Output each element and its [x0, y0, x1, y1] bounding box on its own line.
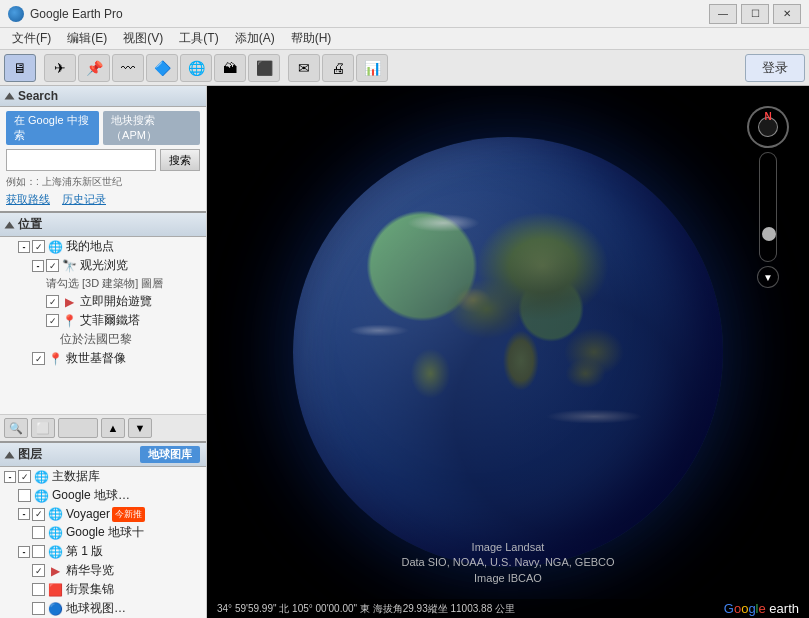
toolbar-shape-btn[interactable]: 🔷 [146, 54, 178, 82]
minimize-btn[interactable]: — [709, 4, 737, 24]
clear-pos-btn[interactable]: ⬜ [31, 418, 55, 438]
tree-start-tour[interactable]: ▶ 立即開始遊覽 [0, 292, 206, 311]
search-header[interactable]: Search [0, 86, 206, 107]
login-btn[interactable]: 登录 [745, 54, 805, 82]
check-start-tour[interactable] [46, 295, 59, 308]
tree-sightseeing[interactable]: - 🔭 观光浏览 [0, 256, 206, 275]
tree-my-places[interactable]: - 🌐 我的地点 [0, 237, 206, 256]
toolbar-screen-btn[interactable]: 🖥 [4, 54, 36, 82]
up-pos-btn[interactable]: ▲ [101, 418, 125, 438]
v1-label: 第 1 版 [66, 543, 103, 560]
check-google-earth[interactable] [18, 489, 31, 502]
earth-view-icon: 🔵 [47, 601, 63, 617]
toolbar-print-btn[interactable]: 🖨 [322, 54, 354, 82]
expand-my-places[interactable]: - [18, 241, 30, 253]
position-header[interactable]: 位置 [0, 213, 206, 237]
position-section: 位置 - 🌐 我的地点 - 🔭 观光浏览 [0, 213, 206, 441]
menu-tools[interactable]: 工具(T) [171, 28, 226, 49]
toolbar-pin-btn[interactable]: 📌 [78, 54, 110, 82]
check-main-db[interactable] [18, 470, 31, 483]
tree-voyager[interactable]: - 🌐 Voyager 今新推 [0, 505, 206, 523]
check-my-places[interactable] [32, 240, 45, 253]
menu-edit[interactable]: 编辑(E) [59, 28, 115, 49]
expand-main-db[interactable]: - [4, 471, 16, 483]
zoom-track[interactable] [759, 152, 777, 262]
search-tab-apm[interactable]: 地块搜索（APM） [103, 111, 200, 145]
search-btn[interactable]: 搜索 [160, 149, 200, 171]
binoculars-icon: 🔭 [61, 258, 77, 274]
history-link[interactable]: 历史记录 [62, 192, 106, 207]
main-db-label: 主数据库 [52, 468, 100, 485]
gallery-btn[interactable]: 地球图库 [140, 446, 200, 463]
earth-globe [293, 137, 723, 567]
menu-bar: 文件(F) 编辑(E) 视图(V) 工具(T) 添加(A) 帮助(H) [0, 28, 809, 50]
expand-voyager[interactable]: - [18, 508, 30, 520]
search-input[interactable] [6, 149, 156, 171]
image-label: Image Landsat Data SIO, NOAA, U.S. Navy,… [401, 540, 614, 586]
check-google-earth2[interactable] [32, 526, 45, 539]
tree-google-earth[interactable]: 🌐 Google 地球… [0, 486, 206, 505]
sightseeing-label: 观光浏览 [80, 257, 128, 274]
tree-v1[interactable]: - 🌐 第 1 版 [0, 542, 206, 561]
close-btn[interactable]: ✕ [773, 4, 801, 24]
start-tour-label: 立即開始遊覽 [80, 293, 152, 310]
toolbar-record-btn[interactable]: ⬛ [248, 54, 280, 82]
check-highlights[interactable] [32, 564, 45, 577]
menu-help[interactable]: 帮助(H) [283, 28, 340, 49]
get-directions-link[interactable]: 获取路线 [6, 192, 50, 207]
search-content: 在 Google 中搜索 地块搜索（APM） 搜索 例如：: 上海浦东新区世纪 … [0, 107, 206, 211]
style-btn[interactable] [58, 418, 98, 438]
toolbar-photo-btn[interactable]: 🏔 [214, 54, 246, 82]
check-voyager[interactable] [32, 508, 45, 521]
tree-main-db[interactable]: - 🌐 主数据库 [0, 467, 206, 486]
maximize-btn[interactable]: ☐ [741, 4, 769, 24]
check-eiffel[interactable] [46, 314, 59, 327]
image-credit: Image Landsat [401, 540, 614, 555]
search-triangle-icon [5, 93, 15, 100]
tree-highlights[interactable]: ▶ 精华导览 [0, 561, 206, 580]
search-tabs: 在 Google 中搜索 地块搜索（APM） [6, 111, 200, 145]
title-text: Google Earth Pro [30, 7, 709, 21]
check-v1[interactable] [32, 545, 45, 558]
tree-earth-view[interactable]: 🔵 地球视图… [0, 599, 206, 618]
layers-header[interactable]: 图层 地球图库 [0, 443, 206, 467]
expand-sightseeing[interactable]: - [32, 260, 44, 272]
tree-google-earth2[interactable]: 🌐 Google 地球十 [0, 523, 206, 542]
nav-down-btn[interactable]: ▼ [757, 266, 779, 288]
search-tab-google[interactable]: 在 Google 中搜索 [6, 111, 99, 145]
check-earth-view[interactable] [32, 602, 45, 615]
expand-v1[interactable]: - [18, 546, 30, 558]
search-pos-btn[interactable]: 🔍 [4, 418, 28, 438]
check-sightseeing[interactable] [46, 259, 59, 272]
globe-icon: 🌐 [47, 239, 63, 255]
check-street[interactable] [32, 583, 45, 596]
data-credit: Data SIO, NOAA, U.S. Navy, NGA, GEBCO [401, 555, 614, 570]
image-credit2: Image IBCAO [401, 571, 614, 586]
new-badge: 今新推 [112, 507, 145, 522]
down-pos-btn[interactable]: ▼ [128, 418, 152, 438]
info-bar: 34° 59'59.99" 北 105° 00'00.00" 東 海拔角29.9… [207, 599, 809, 618]
menu-view[interactable]: 视图(V) [115, 28, 171, 49]
main-db-icon: 🌐 [33, 469, 49, 485]
check-christ[interactable] [32, 352, 45, 365]
toolbar-overlay-btn[interactable]: 🌐 [180, 54, 212, 82]
toolbar-path-btn[interactable]: 〰 [112, 54, 144, 82]
compass-n: N [764, 111, 771, 122]
tree-eiffel[interactable]: 📍 艾菲爾鐵塔 [0, 311, 206, 330]
menu-file[interactable]: 文件(F) [4, 28, 59, 49]
toolbar-fly-btn[interactable]: ✈ [44, 54, 76, 82]
menu-add[interactable]: 添加(A) [227, 28, 283, 49]
toolbar-chart-btn[interactable]: 📊 [356, 54, 388, 82]
compass[interactable]: N [747, 106, 789, 148]
search-title: Search [18, 89, 58, 103]
toolbar-email-btn[interactable]: ✉ [288, 54, 320, 82]
position-title: 位置 [18, 216, 42, 233]
earth-view[interactable]: Image Landsat Data SIO, NOAA, U.S. Navy,… [207, 86, 809, 618]
street-label: 街景集锦 [66, 581, 114, 598]
eiffel-label: 艾菲爾鐵塔 [80, 312, 140, 329]
tree-street[interactable]: 🟥 街景集锦 [0, 580, 206, 599]
zoom-handle[interactable] [762, 227, 776, 241]
search-links: 获取路线 历史记录 [6, 192, 200, 207]
position-buttons: 🔍 ⬜ ▲ ▼ [0, 414, 206, 441]
tree-christ[interactable]: 📍 救世基督像 [0, 349, 206, 368]
